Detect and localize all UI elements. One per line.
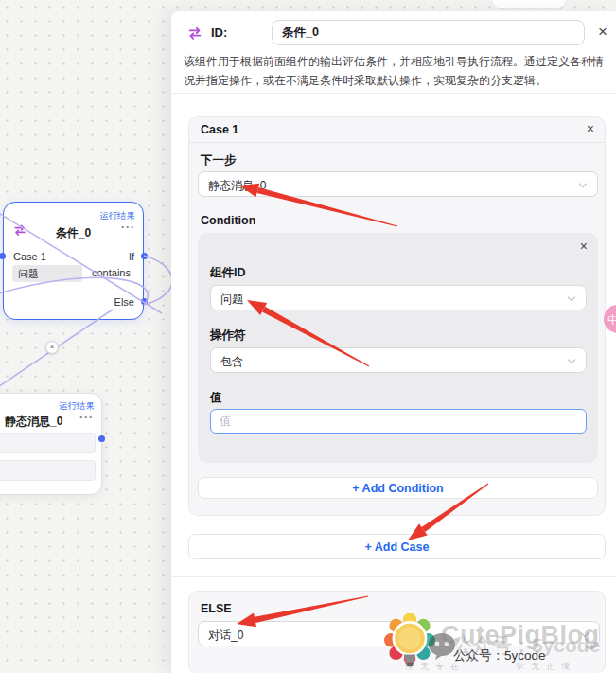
node-field-chip: 问题 — [12, 265, 82, 282]
next-step-select[interactable]: 静态消息_0 — [198, 171, 598, 197]
config-panel: ID: × 该组件用于根据前面组件的输出评估条件，并相应地引导执行流程。通过定义… — [171, 11, 616, 673]
node-menu-icon[interactable]: ··· — [121, 221, 135, 234]
id-input[interactable] — [272, 20, 585, 45]
canvas-toolbar-fragment — [492, 0, 566, 8]
add-condition-button[interactable]: + Add Condition — [198, 477, 598, 499]
case-title: Case 1 — [201, 123, 238, 136]
component-description: 该组件用于根据前面组件的输出评估条件，并相应地引导执行流程。通过定义各种情况并指… — [184, 53, 607, 91]
close-icon[interactable]: × — [598, 24, 607, 40]
edge-delete-button[interactable]: × — [45, 341, 59, 354]
condition-node[interactable]: 运行结果 条件_0 ··· Case 1 If 问题 contains Else — [3, 202, 144, 320]
chevron-down-icon — [579, 180, 587, 187]
chevron-down-icon — [581, 629, 589, 637]
node-operator-text: contains — [92, 267, 131, 278]
else-value: 对话_0 — [208, 629, 243, 642]
component-id-label: 组件ID — [210, 265, 246, 281]
node-else-label: Else — [114, 296, 134, 308]
case-card: Case 1 × 下一步 静态消息_0 Condition × 组件ID 问题 … — [188, 116, 606, 516]
node-row — [0, 460, 96, 481]
output-port[interactable] — [98, 435, 105, 442]
else-select[interactable]: 对话_0 — [198, 621, 600, 646]
next-step-label: 下一步 — [201, 152, 237, 168]
operator-select[interactable]: 包含 — [210, 347, 587, 373]
node-if-label: If — [129, 251, 134, 262]
else-label: ELSE — [201, 602, 232, 615]
input-port[interactable] — [0, 253, 6, 259]
case-header: Case 1 × — [189, 117, 605, 143]
node-title: 静态消息_0 — [5, 414, 62, 430]
id-label: ID: — [211, 26, 227, 40]
node-menu-icon[interactable]: ··· — [79, 411, 94, 424]
static-message-node[interactable]: 运行结果 静态消息_0 ··· — [0, 393, 102, 495]
add-case-button[interactable]: + Add Case — [188, 534, 606, 559]
else-card: ELSE 对话_0 — [188, 591, 606, 673]
if-output-port[interactable] — [141, 253, 148, 259]
node-row — [0, 433, 96, 453]
condition-card: × 组件ID 问题 操作符 包含 值 — [198, 233, 598, 463]
chevron-down-icon — [568, 293, 575, 301]
node-case-label: Case 1 — [13, 251, 46, 262]
case-close-icon[interactable]: × — [587, 122, 594, 135]
value-input[interactable] — [210, 409, 587, 434]
operator-label: 操作符 — [210, 328, 246, 344]
next-step-value: 静态消息_0 — [208, 179, 266, 192]
operator-value: 包含 — [220, 355, 243, 368]
value-label: 值 — [210, 390, 222, 406]
condition-icon — [186, 25, 203, 45]
divider — [171, 93, 616, 94]
condition-close-icon[interactable]: × — [580, 239, 588, 253]
chevron-down-icon — [568, 356, 575, 363]
component-id-select[interactable]: 问题 — [210, 285, 587, 310]
divider — [171, 576, 616, 577]
else-output-port[interactable] — [141, 298, 148, 305]
component-id-value: 问题 — [220, 292, 243, 306]
condition-label: Condition — [201, 214, 255, 227]
